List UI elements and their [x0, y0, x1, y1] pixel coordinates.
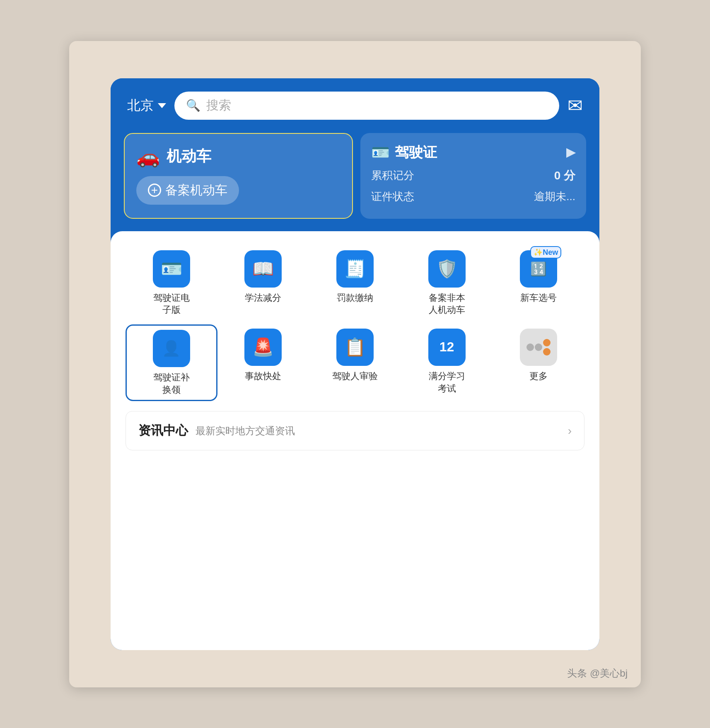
menu-item-studyreduce[interactable]: 📖 学法减分 [217, 246, 309, 320]
edriver-icon: 🪪 [153, 250, 190, 288]
score-row: 累积记分 0 分 [371, 168, 575, 184]
replace-label: 驾驶证补换领 [153, 371, 190, 396]
studyreduce-icon: 📖 [244, 250, 282, 288]
phone-screen: 北京 🔍 搜索 ✉ 🚗 机动车 + 备案机动车 [111, 78, 599, 650]
license-card-title: 🪪 驾驶证 ▶ [371, 143, 575, 162]
edriver-label: 驾驶证电子版 [153, 292, 190, 316]
news-bar[interactable]: 资讯中心 最新实时地方交通资讯 › [126, 411, 584, 450]
more-icon [520, 329, 557, 366]
cards-row: 🚗 机动车 + 备案机动车 🪪 驾驶证 ▶ 累积记分 0 [111, 133, 599, 227]
more-label: 更多 [529, 370, 548, 382]
search-bar[interactable]: 🔍 搜索 [174, 92, 559, 120]
menu-item-edriver[interactable]: 🪪 驾驶证电子版 [126, 246, 217, 320]
fullscore-icon: 12 [428, 329, 466, 366]
news-subtitle: 最新实时地方交通资讯 [196, 424, 560, 438]
license-arrow-icon: ▶ [566, 145, 575, 159]
new-badge: ✨New [530, 246, 561, 259]
menu-item-fine[interactable]: 🧾 罚款缴纳 [309, 246, 401, 320]
replace-icon: 👤 [153, 330, 190, 367]
svg-point-2 [543, 339, 551, 346]
status-label: 证件状态 [371, 189, 414, 204]
menu-item-newcar[interactable]: 🔢 ✨New 新车选号 [493, 246, 584, 320]
svg-point-3 [543, 348, 551, 356]
score-label: 累积记分 [371, 168, 414, 183]
search-icon: 🔍 [186, 99, 200, 112]
menu-item-more[interactable]: 更多 [493, 324, 584, 401]
status-row: 证件状态 逾期未... [371, 189, 575, 204]
plus-circle-icon: + [148, 184, 161, 197]
nonlocal-icon: 🛡️ [428, 250, 466, 288]
menu-item-audit[interactable]: 📋 驾驶人审验 [309, 324, 401, 401]
status-value: 逾期未... [534, 189, 575, 204]
header: 北京 🔍 搜索 ✉ [111, 78, 599, 130]
register-button[interactable]: + 备案机动车 [136, 176, 239, 205]
accident-icon: 🚨 [244, 329, 282, 366]
chevron-down-icon [158, 103, 166, 108]
news-title: 资讯中心 [138, 422, 188, 439]
newcar-label: 新车选号 [520, 292, 557, 304]
svg-point-1 [535, 343, 542, 351]
search-placeholder: 搜索 [206, 97, 231, 114]
audit-icon: 📋 [336, 329, 374, 366]
white-panel: 🪪 驾驶证电子版 📖 学法减分 🧾 罚款缴纳 [111, 231, 599, 650]
mail-icon[interactable]: ✉ [568, 95, 583, 116]
watermark: 头条 @美心bj [567, 667, 628, 680]
newcar-icon: 🔢 ✨New [520, 250, 557, 288]
accident-label: 事故快处 [245, 370, 281, 382]
city-selector[interactable]: 北京 [127, 97, 166, 115]
fine-icon: 🧾 [336, 250, 374, 288]
menu-grid: 🪪 驾驶证电子版 📖 学法减分 🧾 罚款缴纳 [126, 246, 584, 401]
license-card-icon: 🪪 [371, 144, 390, 161]
menu-item-replace[interactable]: 👤 驾驶证补换领 [126, 324, 217, 401]
fine-label: 罚款缴纳 [337, 292, 373, 304]
license-card[interactable]: 🪪 驾驶证 ▶ 累积记分 0 分 证件状态 逾期未... [360, 133, 586, 219]
app-frame: 北京 🔍 搜索 ✉ 🚗 机动车 + 备案机动车 [69, 41, 641, 687]
vehicle-title-label: 机动车 [167, 146, 211, 167]
city-label: 北京 [127, 97, 154, 115]
license-title-label: 驾驶证 [395, 143, 437, 162]
score-value: 0 分 [554, 168, 575, 184]
vehicle-card[interactable]: 🚗 机动车 + 备案机动车 [124, 133, 353, 219]
register-label: 备案机动车 [165, 182, 227, 199]
menu-item-nonlocal[interactable]: 🛡️ 备案非本人机动车 [401, 246, 493, 320]
menu-item-accident[interactable]: 🚨 事故快处 [217, 324, 309, 401]
audit-label: 驾驶人审验 [332, 370, 378, 382]
menu-item-fullscore[interactable]: 12 满分学习考试 [401, 324, 493, 401]
fullscore-label: 满分学习考试 [429, 370, 465, 394]
svg-point-0 [526, 343, 534, 351]
vehicle-icon: 🚗 [136, 145, 160, 168]
nonlocal-label: 备案非本人机动车 [429, 292, 465, 316]
studyreduce-label: 学法减分 [245, 292, 281, 304]
vehicle-card-title: 🚗 机动车 [136, 145, 341, 168]
news-arrow-icon: › [568, 424, 572, 438]
